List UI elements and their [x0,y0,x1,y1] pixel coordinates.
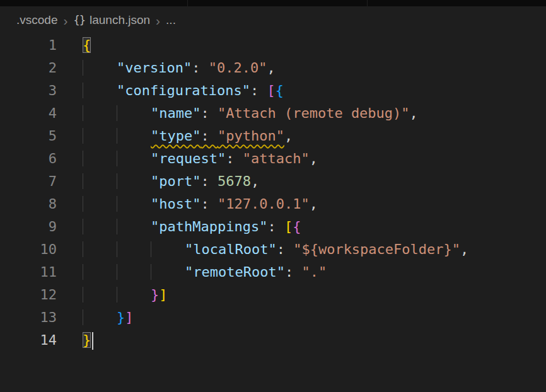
code-line[interactable]: 6 "request": "attach", [0,147,546,170]
line-number[interactable]: 4 [0,102,57,125]
code-token: , [251,173,259,189]
code-line[interactable]: 7 "port": 5678, [0,170,546,193]
indent-guide [83,219,117,234]
line-content: "type": "python", [83,125,293,147]
line-number[interactable]: 14 [0,329,57,352]
code-token: { [276,83,284,98]
code-line[interactable]: 5 "type": "python", [0,125,546,147]
line-content: "request": "attach", [83,147,318,170]
breadcrumb-folder[interactable]: .vscode [16,13,57,27]
code-token: [ [267,83,275,98]
code-area[interactable]: 1{2 "version": "0.2.0",3 "configurations… [0,34,546,352]
code-line[interactable]: 1{ [0,34,546,57]
indent-guide [117,264,151,280]
line-number[interactable]: 13 [0,306,57,329]
indent-guide [83,151,117,166]
line-number[interactable]: 6 [0,147,57,170]
line-content: { [83,34,91,57]
indent-guide [83,60,117,76]
code-token: "0.2.0" [209,60,267,76]
line-content: "host": "127.0.0.1", [83,193,318,216]
line-number[interactable]: 9 [0,216,57,238]
indent-guide [83,105,117,121]
tab-strip-segment [188,0,368,6]
editor-tab-strip [0,0,546,6]
code-token: "request" [151,151,226,166]
text-cursor [92,332,93,350]
code-line[interactable]: 13 }] [0,306,546,329]
code-token: : [200,173,218,189]
code-line[interactable]: 12 }] [0,284,546,306]
code-token: } [117,309,125,325]
code-token: "${workspaceFolder}" [293,241,460,257]
line-number[interactable]: 12 [0,284,57,306]
code-token: "port" [151,173,200,189]
indent-guide [117,196,151,212]
line-number[interactable]: 7 [0,170,57,193]
indent-guide [83,264,117,280]
line-content: } [83,329,93,352]
code-token: "host" [151,196,200,212]
code-token: : [200,105,218,121]
code-token: "pathMappings" [151,219,267,234]
line-content: "localRoot": "${workspaceFolder}", [83,238,468,261]
indent-guide [151,241,185,257]
code-line[interactable]: 4 "name": "Attach (remote debug)", [0,102,546,125]
breadcrumb-symbol-more[interactable]: ... [166,13,176,27]
line-number[interactable]: 1 [0,34,57,57]
code-token: , [267,60,275,76]
code-line[interactable]: 14} [0,329,546,352]
code-token: "python" [218,128,284,144]
breadcrumb-file[interactable]: {} launch.json [73,13,150,27]
indent-guide [83,309,117,325]
code-token: : [277,241,294,257]
line-content: }] [83,306,133,329]
indent-guide [83,241,117,257]
code-token: , [310,151,318,166]
code-line[interactable]: 2 "version": "0.2.0", [0,57,546,79]
code-token: "remoteRoot" [185,264,285,280]
indent-guide [117,287,151,303]
line-content: "configurations": [{ [83,79,284,102]
line-number[interactable]: 8 [0,193,57,216]
line-number[interactable]: 3 [0,79,57,102]
chevron-right-icon: › [63,14,67,27]
indent-guide [117,219,151,234]
breadcrumb-file-label: launch.json [90,13,150,27]
code-token: "attach" [243,151,310,166]
vscode-editor-window: .vscode › {} launch.json › ... 1{2 "vers… [0,0,546,392]
code-token: "Attach (remote debug)" [218,105,410,121]
code-line[interactable]: 3 "configurations": [{ [0,79,546,102]
code-token: ] [159,287,167,303]
line-number[interactable]: 5 [0,125,57,147]
line-number[interactable]: 11 [0,261,57,284]
code-token: "." [301,264,327,280]
line-content: "port": 5678, [83,170,259,193]
line-content: "version": "0.2.0", [83,57,276,79]
code-line[interactable]: 10 "localRoot": "${workspaceFolder}", [0,238,546,261]
code-line[interactable]: 8 "host": "127.0.0.1", [0,193,546,216]
code-token: , [410,105,418,121]
indent-guide [83,83,117,98]
json-file-icon: {} [73,14,84,26]
line-content: "name": "Attach (remote debug)", [83,102,418,125]
code-token: } [151,287,159,303]
line-number[interactable]: 2 [0,57,57,79]
code-token: : [267,219,284,234]
breadcrumb: .vscode › {} launch.json › ... [0,6,546,34]
code-token: ] [125,309,133,325]
indent-guide [117,151,151,166]
chevron-right-icon: › [156,14,160,27]
line-number[interactable]: 10 [0,238,57,261]
code-line[interactable]: 9 "pathMappings": [{ [0,216,546,238]
line-content: }] [83,284,167,306]
indent-guide [83,173,117,189]
code-line[interactable]: 11 "remoteRoot": "." [0,261,546,284]
code-token: } [83,332,91,348]
code-token: { [293,219,301,234]
indent-guide [83,128,117,144]
indent-guide [117,105,151,121]
code-token: 5678 [218,173,251,189]
indent-guide [83,196,117,212]
code-token: : [250,83,267,98]
